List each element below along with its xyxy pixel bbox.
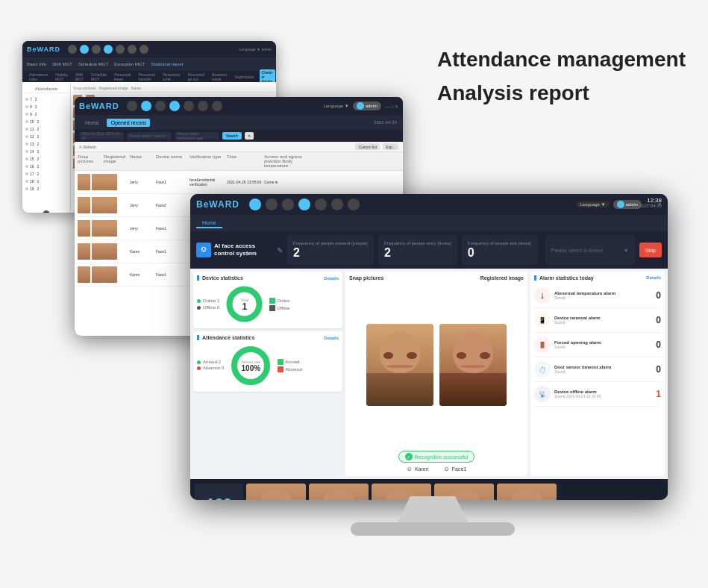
mid-filter-search[interactable]: Please select / search...	[127, 132, 172, 140]
mid-export-btn[interactable]: Exp...	[383, 143, 398, 150]
bottom-face-card-2: Pass Name: Karen Dept: Sales Device: Fac…	[309, 484, 369, 500]
back-sidebar: Attendance 72 82 92 102 112 122 132 142 …	[22, 82, 71, 213]
front-mid-col: Snap pictures Registered image	[345, 272, 527, 476]
mid-tab-opened[interactable]: Opened record	[107, 119, 151, 127]
back-sub-personnel: Personnel leave	[112, 72, 134, 82]
row-device: Face2	[156, 203, 189, 207]
mid-col-reg: Registered image	[104, 154, 130, 168]
alarm-count-timeout: 0	[652, 364, 661, 375]
back-sub-gout: Personnel go out	[186, 72, 207, 82]
alarm-icon-timeout: ⏱️	[534, 361, 551, 378]
back-nav-settings	[140, 45, 148, 54]
alarm-icon-temperature: 🌡️	[534, 287, 551, 304]
row-device: Face1	[156, 249, 189, 254]
back-table-col-reg: Registered image	[99, 86, 128, 90]
svg-point-2	[204, 248, 205, 249]
device-select-arrow: ▼	[624, 248, 629, 253]
mid-nav-home	[127, 101, 137, 111]
back-menu-stats: Statistical report	[151, 62, 183, 66]
monitor-base	[351, 522, 515, 536]
mid-reg-pair	[104, 266, 130, 283]
att-color-legend: Arrived Absence	[278, 359, 302, 372]
mid-filters: 2021-04-25 to 2021-04-26 Please select /…	[75, 130, 403, 142]
stat-people-exit: Frequency of people exit (times) 0	[462, 235, 538, 265]
alarm-count-temp: 0	[652, 290, 661, 301]
row-verify: face&credential verification	[189, 178, 227, 187]
mid-tabs: Home Opened record 2021-04-25	[75, 115, 403, 130]
back-sub-supervision: Supervision	[232, 74, 256, 80]
back-sidebar-row-12: 122	[24, 133, 69, 140]
back-sidebar-row-11: 112	[24, 125, 69, 133]
back-sidebar-label: Attendance	[24, 85, 69, 93]
mid-custom-list[interactable]: Custom list	[355, 143, 380, 150]
mid-filter-verify[interactable]: Please select verification type	[175, 132, 219, 140]
snap-img-container-2	[439, 324, 507, 406]
legend-color-online	[269, 298, 275, 304]
mid-col-name: Name	[130, 154, 156, 168]
mid-reg-pair	[104, 174, 130, 190]
back-submenu: Attendance rules Holiday MGT Shift MGT S…	[22, 71, 276, 82]
front-ai-title-box: AI face access control system ✎	[196, 243, 283, 257]
mid-nav-video	[184, 101, 194, 111]
mid-toolbar: ↻ Refresh Custom list Exp...	[75, 142, 403, 152]
online-dot	[197, 299, 201, 303]
front-tab-home[interactable]: Home	[196, 219, 222, 228]
front-stop-btn[interactable]: Stop	[639, 243, 662, 257]
snap-img-2	[439, 324, 507, 406]
attendance-stats-detail[interactable]: Details	[324, 336, 339, 340]
alarm-count-offline: 1	[652, 389, 661, 399]
front-date: 2021-04-26	[639, 204, 662, 208]
mid-tab-home[interactable]: Home	[81, 119, 104, 127]
mid-filter-date[interactable]: 2021-04-25 to 2021-04-26	[79, 132, 124, 140]
row-name: Jerry	[130, 203, 156, 207]
mid-reg-pair	[104, 243, 130, 260]
alarm-item-offline: 📡 Device offline alarm Sound 2021-04-23 …	[534, 382, 661, 407]
back-menu-shift: Shift MGT	[52, 62, 72, 66]
back-topbar: BeWARD Language ▼ admin	[22, 41, 276, 57]
back-sidebar-row-9: 92	[24, 110, 69, 118]
front-left-col: Device statistics Details Online 1 Offli…	[193, 272, 342, 476]
bottom-face-img-2: Pass	[309, 484, 369, 500]
alarm-text-door: Forced opening alarm Sound	[554, 340, 648, 349]
mid-nav-doc	[155, 101, 166, 111]
front-nav-home	[249, 198, 261, 210]
front-nav-doc	[282, 198, 294, 210]
stat-exit-label: Frequency of people exit (times)	[468, 241, 532, 247]
front-ai-edit[interactable]: ✎	[277, 246, 283, 254]
device-legend: Online 1 Offline 0	[197, 298, 219, 310]
mid-search-btn[interactable]: Search	[222, 132, 242, 140]
mid-col-verify: Verification type	[189, 154, 227, 168]
mid-clear-btn[interactable]: ✕	[245, 132, 254, 140]
att-legend: Arrived 2 Absence 0	[197, 360, 224, 372]
device-stats-detail[interactable]: Details	[324, 276, 339, 281]
att-color-arrived-label: Arrived	[285, 360, 299, 364]
front-topbar: BeWARD Language ▼ admin — □ ✕ 12:38 2021…	[190, 194, 668, 215]
front-device-select[interactable]: Please select a device ▼	[545, 235, 635, 265]
alarm-icon-device: 📱	[534, 312, 551, 328]
rate-center: Arrived rate 100%	[241, 360, 260, 372]
back-menu-basic: Basic info	[27, 62, 46, 66]
attendance-stats-panel: Attendance statistics Details Arrived 2 …	[193, 331, 342, 392]
front-topbar-right: Language ▼ admin — □ ✕ 12:38 2021-04-26	[577, 200, 662, 209]
back-sidebar-row-14: 142	[24, 148, 69, 155]
bottom-face-count: 106	[207, 495, 231, 500]
back-sidebar-row-18: 182	[24, 178, 69, 185]
back-sub-holidaymgt: Holiday MGT	[53, 72, 70, 82]
mid-logo: BeWARD	[79, 101, 119, 110]
alarm-item-device: 📱 Device removal alarm Sound 0	[534, 308, 661, 333]
page-header: Attendance management Analysis report	[437, 45, 686, 105]
alarm-icon-offline: 📡	[534, 386, 551, 402]
front-monitor: BeWARD Language ▼ admin — □ ✕ 12:38 2021…	[190, 194, 668, 500]
stat-present-label: Frequency of people present (people)	[293, 241, 368, 247]
front-nav-settings	[348, 198, 360, 210]
device-select-placeholder: Please select a device	[551, 248, 604, 253]
front-lang-btn[interactable]: Language ▼	[577, 201, 608, 207]
mid-refresh-btn[interactable]: ↻ Refresh	[79, 145, 96, 149]
front-admin-label: admin	[626, 202, 638, 207]
back-sub-schedulemgt: Schedule MGT	[89, 72, 109, 82]
front-nav-cloud	[331, 198, 343, 210]
mid-nav-settings	[212, 101, 222, 111]
alarm-detail-link[interactable]: Details	[646, 275, 661, 281]
back-nav-home	[68, 45, 77, 54]
mid-reg-pair	[104, 220, 130, 237]
